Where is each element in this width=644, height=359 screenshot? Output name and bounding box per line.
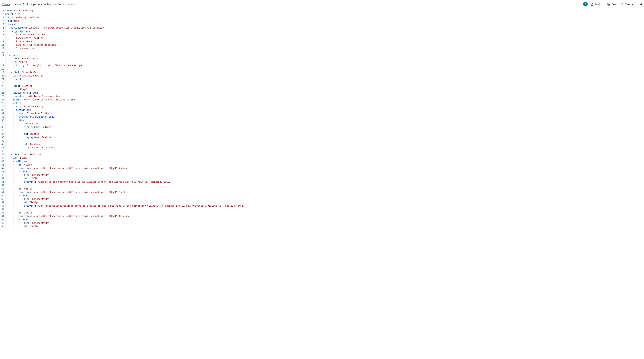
code-line[interactable]: - kind: SendActivity [5, 174, 644, 177]
code-token: Seattle [42, 136, 51, 139]
line-number: 47 [0, 167, 4, 170]
code-token: : [22, 99, 24, 101]
code-editor[interactable]: 1234567891011121314151617181920212223242… [0, 8, 644, 228]
line-number: 50 [0, 177, 4, 180]
code-token: kind [19, 112, 24, 115]
code-line[interactable]: - Find my nearest store [5, 33, 644, 37]
code-line[interactable] [5, 208, 644, 211]
code-line[interactable]: definition: [5, 108, 644, 112]
code-line[interactable]: id: qvduia [5, 61, 644, 64]
code-line[interactable]: smartMatchingEnabled: true [5, 115, 644, 119]
code-line[interactable]: items: [5, 119, 644, 122]
code-line[interactable]: actions: [5, 54, 644, 57]
code-line[interactable]: kind: AdaptiveDialog [5, 9, 644, 13]
code-line[interactable]: - id: dqf7pu [5, 187, 644, 191]
code-line[interactable]: activity: "Check out the Company Store a… [5, 180, 644, 184]
code-line[interactable]: displayName: Redmond [5, 126, 644, 129]
code-line[interactable]: variable: [5, 78, 644, 81]
code-line[interactable]: - kind: Question [5, 85, 644, 88]
code-line[interactable]: - id: 1QMrFE [5, 211, 644, 215]
code-line[interactable]: kind: OnRecognizedIntent [5, 16, 644, 20]
code-content[interactable]: kind: AdaptiveDialogbeginDialog:kind: On… [5, 9, 644, 228]
code-line[interactable]: actions: [5, 170, 644, 174]
code-line[interactable]: - kind: SendActivity [5, 221, 644, 225]
code-token: id [13, 75, 16, 77]
code-token: kind [24, 174, 30, 177]
code-line[interactable]: id: khIIPE [5, 177, 644, 180]
code-line[interactable]: beginDialog: [5, 13, 644, 16]
code-line[interactable]: intent: [5, 23, 644, 26]
code-token: Which location are you interested in? [24, 99, 75, 101]
code-line[interactable] [5, 50, 644, 54]
code-line[interactable]: - kind: SetVariable [5, 71, 644, 74]
code-line[interactable]: - id: Kirkland [5, 143, 644, 146]
code-line[interactable]: variable: init:Topic.StoreLocation [5, 95, 644, 98]
code-line[interactable]: id: jtQo0O [5, 225, 644, 228]
code-line[interactable]: - kind: ConditionGroup [5, 153, 644, 156]
code-token: : [31, 167, 34, 170]
test-bot-button[interactable]: Test bot [591, 3, 604, 6]
code-line[interactable]: - kind: SendActivity [5, 197, 644, 201]
code-line[interactable] [5, 184, 644, 187]
code-line[interactable] [5, 150, 644, 153]
code-line[interactable]: conditions: [5, 160, 644, 163]
code-token: prompt [13, 99, 22, 101]
code-line[interactable]: triggerQueries: [5, 30, 644, 33]
code-line[interactable]: - Check store location [5, 37, 644, 40]
code-line[interactable]: id: main [5, 20, 644, 23]
code-line[interactable]: alwaysPrompt: true [5, 91, 644, 95]
save-label: Save [612, 3, 618, 6]
code-line[interactable]: condition: =Topic.StoreLocation = 'cr389… [5, 167, 644, 170]
code-line[interactable]: entity: [5, 102, 644, 105]
code-line[interactable]: activity: "Our {Topic.StoreLocation} sto… [5, 204, 644, 208]
avatar[interactable]: D [583, 2, 588, 7]
code-line[interactable] [5, 129, 644, 132]
code-line[interactable]: id: setVariable_M7UjBz [5, 74, 644, 78]
code-line[interactable]: kind: ClosedListEntity [5, 112, 644, 115]
line-number: 20 [0, 74, 4, 78]
code-line[interactable]: displayName: Lesson 2 - A simple topic w… [5, 26, 644, 30]
code-line[interactable]: activity: I'd be glad to help find a sto… [5, 64, 644, 67]
breadcrumb-root-link[interactable]: Topics [2, 3, 10, 6]
code-line[interactable]: kind: EmbeddedEntity [5, 105, 644, 108]
line-number: 54 [0, 191, 4, 194]
code-line[interactable]: actions: [5, 218, 644, 221]
code-token: SendActivity [32, 174, 49, 177]
code-line[interactable]: id: LbWwpD [5, 88, 644, 91]
close-code-editor-button[interactable]: Close code ed [620, 3, 642, 6]
code-line[interactable]: - id: Redmond [5, 122, 644, 126]
code-line[interactable]: condition: =Topic.StoreLocation = 'cr389… [5, 215, 644, 218]
code-line[interactable] [5, 67, 644, 71]
code-line[interactable]: actions: [5, 194, 644, 197]
code-line[interactable]: id: HE6JRU [5, 156, 644, 160]
code-line[interactable]: - Find a store [5, 40, 644, 43]
code-line[interactable]: - kind: SendActivity [5, 57, 644, 61]
code-token: : [28, 218, 30, 221]
code-token: id [13, 88, 16, 91]
line-number: 62 [0, 218, 4, 221]
code-token: conditions [13, 160, 27, 163]
code-line[interactable]: prompt: Which location are you intereste… [5, 98, 644, 102]
code-token: entity [13, 102, 22, 105]
code-line[interactable] [5, 81, 644, 85]
code-token: Redmond [30, 123, 39, 125]
code-token: beginDialog [5, 13, 20, 16]
code-token: "Check out the Company Store at our Visi… [38, 181, 173, 183]
code-line[interactable]: displayName: Seattle [5, 136, 644, 139]
code-line[interactable] [5, 139, 644, 143]
code-line[interactable]: - id: Seattle [5, 132, 644, 136]
save-button[interactable]: Save [607, 3, 618, 6]
code-token: : [30, 198, 32, 201]
code-line[interactable]: displayName: Kirkland [5, 146, 644, 150]
code-line[interactable]: - id: 6G9Hhn [5, 163, 644, 167]
code-line[interactable]: - Find me your nearest location [5, 43, 644, 47]
code-token: Kirkland [30, 143, 40, 146]
code-line[interactable]: condition: =Topic.StoreLocation = 'cr389… [5, 191, 644, 194]
code-token: Find me your nearest location [16, 44, 56, 47]
code-token: dqf7pu [24, 188, 32, 190]
code-token: kind [24, 222, 30, 224]
code-line[interactable]: - Store near me [5, 47, 644, 50]
code-line[interactable]: id: X7eulp [5, 201, 644, 204]
chevron-down-icon[interactable]: ⌄ [80, 3, 82, 6]
line-number: 38 [0, 136, 4, 139]
